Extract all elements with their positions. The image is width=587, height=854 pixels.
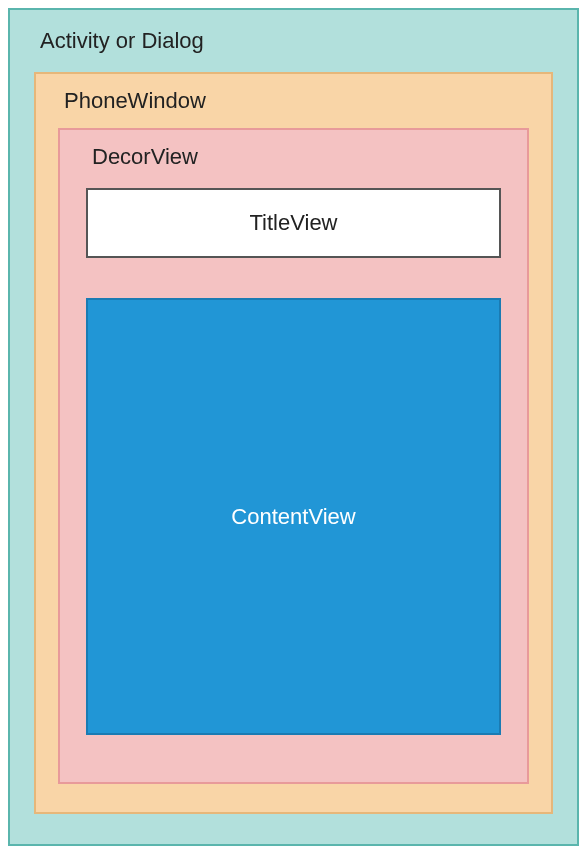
titleview-label: TitleView — [249, 210, 337, 236]
phonewindow-label: PhoneWindow — [64, 88, 529, 114]
decorview-container: DecorView TitleView ContentView — [58, 128, 529, 784]
phonewindow-container: PhoneWindow DecorView TitleView ContentV… — [34, 72, 553, 814]
activity-container: Activity or Dialog PhoneWindow DecorView… — [8, 8, 579, 846]
decorview-label: DecorView — [92, 144, 501, 170]
activity-label: Activity or Dialog — [40, 28, 553, 54]
contentview-label: ContentView — [231, 504, 355, 530]
contentview-container: ContentView — [86, 298, 501, 735]
titleview-container: TitleView — [86, 188, 501, 258]
